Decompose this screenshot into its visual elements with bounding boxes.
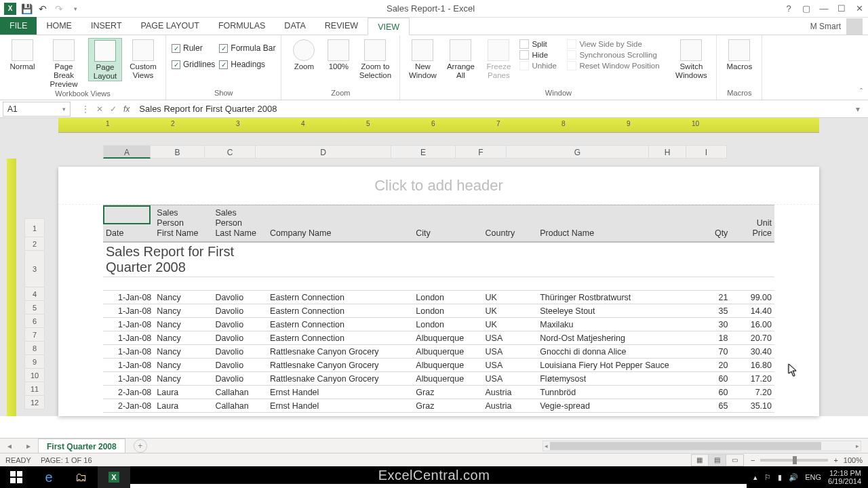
table-header-cell[interactable]: Country [483,205,538,243]
row-header[interactable]: 1 [24,218,45,237]
table-cell[interactable]: Callahan [212,399,267,413]
table-cell[interactable]: 1-Jan-08 [103,345,154,359]
table-cell[interactable]: Ernst Handel [267,399,413,413]
normal-view-icon[interactable]: ▦ [691,454,709,466]
column-header[interactable]: B [151,145,205,159]
name-box[interactable]: A1▾ [3,102,71,117]
page-layout-view-icon[interactable]: ▤ [709,454,726,466]
table-cell[interactable]: 16.80 [730,359,774,372]
table-cell[interactable]: Eastern Connection [267,318,413,331]
tab-view[interactable]: VIEW [368,18,410,35]
fx-icon[interactable]: fx [123,104,130,114]
zoom-to-selection-button[interactable]: Zoom to Selection [356,38,394,80]
table-cell[interactable]: Eastern Connection [267,304,413,318]
table-cell[interactable]: Vegie-spread [537,399,690,413]
zoom-slider[interactable] [760,459,828,462]
table-cell[interactable]: Eastern Connection [267,291,413,304]
table-cell[interactable]: Laura [154,399,212,413]
table-cell[interactable]: Nancy [154,345,212,359]
table-cell[interactable]: Rattlesnake Canyon Grocery [267,345,413,359]
table-cell[interactable]: 35.10 [730,399,774,413]
column-header[interactable]: H [649,145,686,159]
table-cell[interactable]: Eastern Connection [267,331,413,345]
horizontal-scrollbar[interactable]: ◂▸ [542,441,861,451]
table-cell[interactable]: 1-Jan-08 [103,304,154,318]
table-header-cell[interactable]: City [413,205,482,243]
macros-button[interactable]: Macros [722,38,756,71]
row-header[interactable]: 3 [24,251,45,287]
table-header-cell[interactable]: Product Name [537,205,690,243]
row-headers[interactable]: 123456789101112 [24,218,45,409]
table-cell[interactable]: Davolio [212,345,267,359]
table-row[interactable]: 1-Jan-08NancyDavolioRattlesnake Canyon G… [103,359,774,372]
row-header[interactable]: 9 [24,355,45,369]
sheet-tab[interactable]: First Quarter 2008 [38,439,125,453]
zoom-level[interactable]: 100% [844,456,863,464]
switch-windows-button[interactable]: Switch Windows [671,38,711,80]
column-header[interactable]: A [103,145,151,159]
table-row[interactable]: 1-Jan-08NancyDavolioEastern ConnectionLo… [103,304,774,318]
table-cell[interactable]: 2-Jan-08 [103,386,154,399]
tab-home[interactable]: HOME [37,17,81,35]
column-headers[interactable]: ABCDEFGHI [103,145,727,159]
table-cell[interactable]: 20.70 [730,331,774,345]
table-cell[interactable]: 1-Jan-08 [103,291,154,304]
tray-date[interactable]: 6/19/2014 [828,477,861,485]
split-button[interactable]: Split [519,39,563,49]
table-header-cell[interactable]: Qty [690,205,730,243]
table-row[interactable]: 1-Jan-08NancyDavolioRattlesnake Canyon G… [103,372,774,386]
ruler-checkbox[interactable]: ✓Ruler [172,43,215,53]
tray-lang[interactable]: ENG [805,473,821,481]
tab-data[interactable]: DATA [275,17,315,35]
row-header[interactable]: 8 [24,342,45,355]
collapse-ribbon-icon[interactable]: ˆ [860,87,863,97]
sheet-nav-next-icon[interactable]: ▸ [19,441,38,451]
table-cell[interactable]: USA [483,372,538,386]
page-header-placeholder[interactable]: Click to add header [58,167,819,205]
ie-icon[interactable]: e [33,466,65,488]
table-cell[interactable]: Louisiana Fiery Hot Pepper Sauce [537,359,690,372]
table-cell[interactable]: 65 [690,399,730,413]
table-cell[interactable]: Steeleye Stout [537,304,690,318]
table-cell[interactable]: Rattlesnake Canyon Grocery [267,372,413,386]
table-cell[interactable]: Albuquerque [413,359,482,372]
start-button-icon[interactable] [0,466,33,488]
undo-icon[interactable]: ↶ [37,3,49,15]
close-icon[interactable]: ✕ [850,0,868,18]
table-cell[interactable]: Nancy [154,304,212,318]
row-header[interactable]: 12 [24,396,45,409]
column-header[interactable]: D [256,145,391,159]
table-cell[interactable]: Albuquerque [413,372,482,386]
table-cell[interactable]: Graz [413,399,482,413]
headings-checkbox[interactable]: ✓Headings [219,60,275,69]
table-cell[interactable]: Nord-Ost Matjeshering [537,331,690,345]
table-cell[interactable]: 1-Jan-08 [103,372,154,386]
table-cell[interactable]: Nancy [154,372,212,386]
table-cell[interactable]: Austria [483,399,538,413]
redo-icon[interactable]: ↷ [53,3,65,15]
table-cell[interactable]: Nancy [154,331,212,345]
table-header-cell[interactable]: Date [103,205,154,243]
table-cell[interactable]: USA [483,359,538,372]
table-cell[interactable]: Davolio [212,318,267,331]
zoom-out-icon[interactable]: − [751,456,755,464]
arrange-all-button[interactable]: Arrange All [443,38,477,80]
table-cell[interactable]: 17.20 [730,372,774,386]
tab-file[interactable]: FILE [0,17,37,35]
table-cell[interactable]: Austria [483,386,538,399]
table-cell[interactable]: 1-Jan-08 [103,318,154,331]
row-header[interactable]: 4 [24,287,45,301]
table-row[interactable]: 1-Jan-08NancyDavolioEastern ConnectionAl… [103,331,774,345]
excel-taskbar-icon[interactable]: X [98,466,130,488]
tray-network-icon[interactable]: ▮ [778,473,782,482]
table-header-cell[interactable]: Company Name [267,205,413,243]
table-cell[interactable]: Rattlesnake Canyon Grocery [267,359,413,372]
row-header[interactable]: 5 [24,301,45,314]
tab-review[interactable]: REVIEW [315,17,368,35]
table-cell[interactable]: UK [483,318,538,331]
hide-button[interactable]: Hide [519,50,563,60]
row-header[interactable]: 10 [24,369,45,382]
table-cell[interactable]: Nancy [154,291,212,304]
table-cell[interactable]: Davolio [212,372,267,386]
table-cell[interactable]: Thüringer Rostbratwurst [537,291,690,304]
